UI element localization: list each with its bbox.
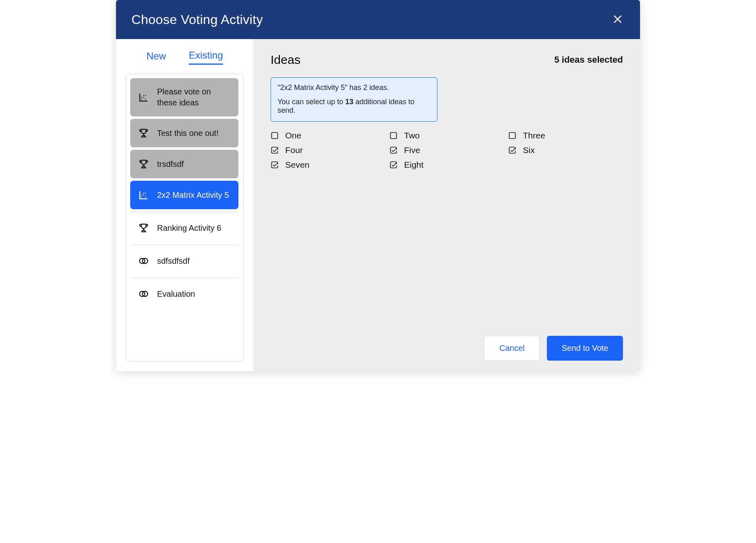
info-box: "2x2 Matrix Activity 5" has 2 ideas. You…: [271, 77, 437, 122]
checkbox-empty-icon: [271, 131, 279, 140]
activity-separator: [130, 245, 238, 245]
activity-separator: [130, 278, 238, 278]
activity-item-label: sdfsdfsdf: [157, 256, 190, 267]
activity-item[interactable]: Please vote on these ideas: [130, 78, 238, 116]
svg-point-1: [141, 97, 142, 98]
close-icon: [612, 20, 623, 26]
activity-item-label: Evaluation: [157, 289, 195, 300]
idea-label: Six: [523, 145, 535, 155]
activity-separator: [130, 212, 238, 212]
modal-header: Choose Voting Activity: [116, 0, 640, 39]
trophy-icon: [138, 158, 150, 170]
idea-label: Eight: [404, 160, 424, 170]
svg-point-0: [141, 99, 142, 100]
activity-item-label: Ranking Activity 6: [157, 223, 221, 234]
checkbox-empty-icon: [389, 131, 398, 140]
checkbox-checked-icon: [508, 146, 516, 154]
activity-list-container: Please vote on these ideasTest this one …: [126, 74, 244, 361]
activity-item[interactable]: Ranking Activity 6: [130, 214, 238, 242]
activity-item-label: trsdfsdf: [157, 159, 184, 170]
matrix-icon: [138, 189, 150, 201]
activity-item[interactable]: Test this one out!: [130, 119, 238, 147]
idea-checkbox[interactable]: Five: [389, 145, 504, 156]
modal-title: Choose Voting Activity: [131, 12, 263, 27]
svg-point-4: [145, 95, 146, 96]
idea-checkbox[interactable]: Eight: [389, 159, 504, 171]
sidebar-tabs: New Existing: [126, 50, 244, 65]
checkbox-checked-icon: [271, 161, 279, 169]
checkbox-checked-icon: [389, 161, 398, 169]
activity-item-label: 2x2 Matrix Activity 5: [157, 190, 229, 201]
idea-label: Seven: [285, 160, 310, 170]
svg-point-5: [145, 99, 146, 100]
send-to-vote-button[interactable]: Send to Vote: [547, 336, 623, 361]
svg-rect-18: [509, 133, 516, 139]
activity-item[interactable]: Evaluation: [130, 280, 238, 308]
activity-item-label: Test this one out!: [157, 128, 218, 139]
checkbox-empty-icon: [508, 131, 516, 140]
rings-icon: [138, 288, 150, 300]
svg-rect-17: [391, 133, 397, 139]
main-header: Ideas 5 ideas selected: [271, 53, 623, 67]
info-line-2: You can select up to 13 additional ideas…: [277, 98, 430, 115]
ideas-heading: Ideas: [271, 53, 300, 67]
checkbox-checked-icon: [271, 146, 279, 154]
idea-label: Five: [404, 145, 420, 155]
footer: Cancel Send to Vote: [271, 328, 623, 361]
idea-checkbox[interactable]: Six: [508, 145, 623, 156]
tab-existing[interactable]: Existing: [189, 50, 223, 65]
idea-checkbox[interactable]: Four: [271, 145, 385, 156]
idea-checkbox[interactable]: Three: [508, 130, 623, 141]
svg-point-10: [145, 193, 146, 193]
svg-rect-16: [272, 133, 278, 139]
svg-point-2: [143, 97, 144, 98]
info-line-1: "2x2 Matrix Activity 5" has 2 ideas.: [277, 83, 430, 92]
selected-count: 5 ideas selected: [554, 55, 623, 65]
idea-label: Three: [523, 131, 545, 140]
svg-point-8: [143, 195, 144, 195]
sidebar: New Existing Please vote on these ideasT…: [116, 39, 253, 371]
matrix-icon: [138, 91, 150, 103]
activity-item[interactable]: sdfsdfsdf: [130, 247, 238, 275]
voting-activity-modal: Choose Voting Activity New Existing Plea…: [116, 0, 640, 371]
svg-point-7: [141, 195, 142, 195]
info-line-2-bold: 13: [345, 98, 353, 106]
main-panel: Ideas 5 ideas selected "2x2 Matrix Activ…: [253, 39, 640, 371]
svg-point-6: [141, 197, 142, 197]
cancel-button[interactable]: Cancel: [484, 336, 540, 361]
tab-new[interactable]: New: [146, 50, 166, 65]
close-button[interactable]: [611, 12, 625, 27]
info-line-2-prefix: You can select up to: [277, 98, 345, 106]
idea-checkbox[interactable]: One: [271, 130, 385, 141]
activity-item-label: Please vote on these ideas: [157, 86, 231, 108]
modal-body: New Existing Please vote on these ideasT…: [116, 39, 640, 371]
activity-item[interactable]: 2x2 Matrix Activity 5: [130, 181, 238, 209]
idea-label: Two: [404, 131, 420, 140]
idea-checkbox[interactable]: Seven: [271, 159, 385, 171]
idea-label: One: [285, 131, 302, 140]
trophy-icon: [138, 127, 150, 139]
idea-checkbox[interactable]: Two: [389, 130, 504, 141]
activity-item[interactable]: trsdfsdf: [130, 150, 238, 178]
svg-point-3: [143, 95, 144, 96]
trophy-icon: [138, 222, 150, 234]
activity-list[interactable]: Please vote on these ideasTest this one …: [130, 78, 243, 361]
ideas-grid: OneTwoThreeFourFiveSixSevenEight: [271, 130, 623, 171]
checkbox-checked-icon: [389, 146, 398, 154]
svg-point-9: [143, 193, 144, 193]
rings-icon: [138, 255, 150, 267]
idea-label: Four: [285, 145, 303, 155]
svg-point-11: [145, 197, 146, 197]
